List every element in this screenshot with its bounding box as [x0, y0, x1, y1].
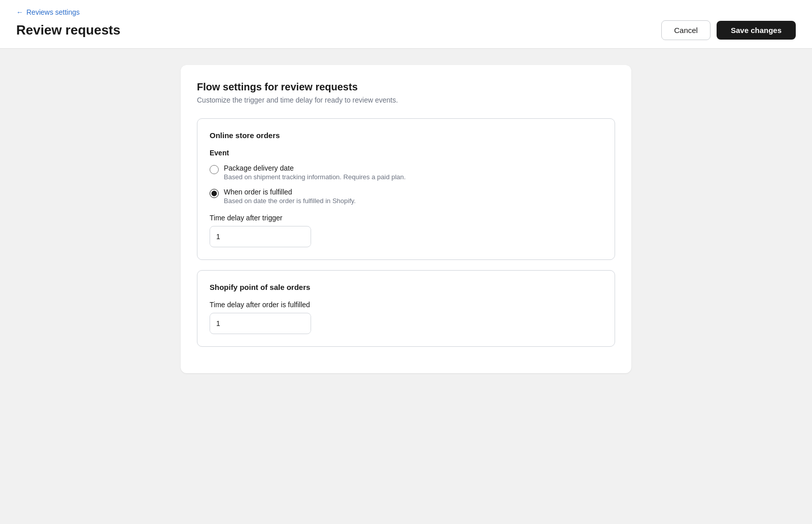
package-delivery-text: Package delivery date Based on shipment …: [224, 164, 405, 181]
online-time-delay-label: Time delay after trigger: [210, 214, 602, 222]
order-fulfilled-label: When order is fulfilled: [224, 188, 356, 196]
page-title: Review requests: [16, 22, 120, 38]
cancel-button[interactable]: Cancel: [661, 20, 710, 40]
online-time-delay-input[interactable]: [210, 227, 311, 246]
main-content: Flow settings for review requests Custom…: [173, 65, 639, 373]
online-time-delay-input-wrap: days ⌃ ⌄: [210, 226, 311, 247]
online-store-section: Online store orders Event Package delive…: [197, 118, 615, 260]
package-delivery-description: Based on shipment tracking information. …: [224, 173, 405, 181]
package-delivery-radio[interactable]: [210, 165, 219, 174]
save-button[interactable]: Save changes: [717, 21, 796, 40]
back-arrow-icon: ←: [16, 8, 23, 16]
flow-settings-card: Flow settings for review requests Custom…: [181, 65, 631, 373]
online-store-title: Online store orders: [210, 131, 602, 140]
header-actions: Cancel Save changes: [661, 20, 796, 40]
package-delivery-label: Package delivery date: [224, 164, 405, 172]
header-row: Review requests Cancel Save changes: [16, 20, 796, 40]
order-fulfilled-radio[interactable]: [210, 189, 219, 198]
back-link[interactable]: ← Reviews settings: [16, 8, 796, 16]
package-delivery-option: Package delivery date Based on shipment …: [210, 164, 602, 181]
order-fulfilled-option: When order is fulfilled Based on date th…: [210, 188, 602, 205]
event-label: Event: [210, 149, 602, 157]
card-title: Flow settings for review requests: [197, 81, 615, 93]
page-header: ← Reviews settings Review requests Cance…: [0, 0, 812, 49]
card-subtitle: Customize the trigger and time delay for…: [197, 96, 615, 104]
pos-time-delay-label: Time delay after order is fulfilled: [210, 301, 602, 309]
pos-section: Shopify point of sale orders Time delay …: [197, 270, 615, 347]
back-link-label: Reviews settings: [26, 8, 80, 16]
pos-time-delay-input[interactable]: [210, 314, 311, 333]
order-fulfilled-description: Based on date the order is fulfilled in …: [224, 197, 356, 205]
pos-time-delay-input-wrap: days ⌃ ⌄: [210, 313, 311, 334]
order-fulfilled-text: When order is fulfilled Based on date th…: [224, 188, 356, 205]
pos-title: Shopify point of sale orders: [210, 283, 602, 291]
